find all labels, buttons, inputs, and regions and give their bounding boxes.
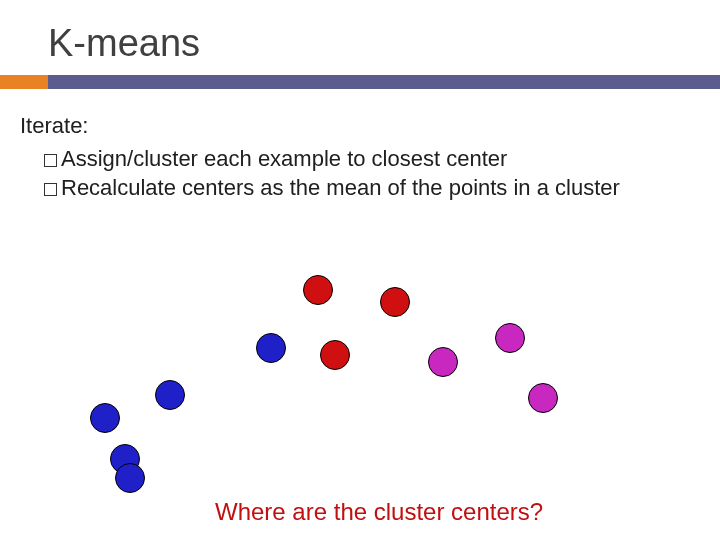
- checkbox-icon: [44, 154, 57, 167]
- data-point: [303, 275, 333, 305]
- content-block: Iterate: Assign/cluster each example to …: [0, 89, 720, 202]
- data-point: [495, 323, 525, 353]
- data-point: [115, 463, 145, 493]
- accent-bar: [0, 75, 48, 89]
- iterate-label: Iterate:: [20, 113, 700, 139]
- bullet-1: Assign/cluster each example to closest c…: [44, 145, 700, 174]
- bullet-1-lead: Assign/cluster: [61, 146, 198, 171]
- slide-title: K-means: [0, 0, 720, 75]
- data-point: [528, 383, 558, 413]
- divider-bar: [0, 75, 720, 89]
- data-point: [320, 340, 350, 370]
- bullet-2: Recalculate centers as the mean of the p…: [44, 174, 700, 203]
- data-point: [380, 287, 410, 317]
- data-point: [110, 444, 140, 474]
- bullet-2-rest: centers as the mean of the points in a c…: [176, 175, 620, 200]
- data-point: [256, 333, 286, 363]
- data-point: [90, 403, 120, 433]
- bullet-2-lead: Recalculate: [61, 175, 176, 200]
- caption-question: Where are the cluster centers?: [215, 498, 543, 526]
- bullet-block: Assign/cluster each example to closest c…: [20, 145, 700, 202]
- bullet-1-rest: each example to closest center: [198, 146, 507, 171]
- checkbox-icon: [44, 183, 57, 196]
- data-point: [428, 347, 458, 377]
- main-bar: [48, 75, 720, 89]
- data-point: [155, 380, 185, 410]
